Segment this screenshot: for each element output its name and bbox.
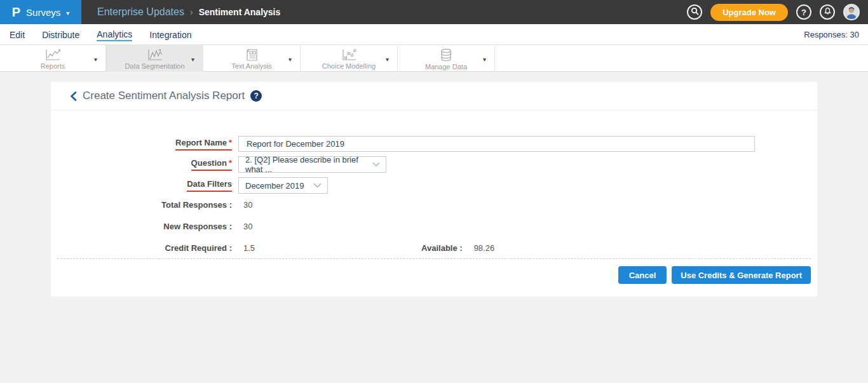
bell-icon	[824, 7, 832, 17]
total-responses-row: Total Responses : 30	[51, 200, 817, 210]
toolbar-item-reports[interactable]: Reports	[0, 45, 106, 72]
footer-divider	[57, 259, 811, 259]
help-button[interactable]: ?	[796, 4, 811, 20]
title-help-button[interactable]: ?	[250, 90, 262, 102]
total-responses-value: 30	[243, 200, 252, 210]
chevron-down-icon	[288, 53, 292, 64]
chevron-down-icon	[94, 53, 97, 64]
new-responses-row: New Responses : 30	[51, 222, 817, 231]
breadcrumb: Enterprise Updates Sentiment Analysis	[97, 6, 280, 18]
analytics-toolbar: Reports Data Segmentation Text Analysis …	[0, 45, 868, 72]
toolbar-item-data-segmentation[interactable]: Data Segmentation	[106, 45, 203, 72]
data-filters-label-col: Data Filters	[51, 179, 232, 192]
toolbar-item-label: Choice Modelling	[322, 62, 376, 70]
question-mark-icon: ?	[801, 8, 806, 17]
breadcrumb-survey-name[interactable]: Enterprise Updates	[97, 6, 184, 18]
main-content: Create Sentiment Analysis Report ? Repor…	[0, 72, 868, 383]
question-select-value: 2. [Q2] Please describe in brief what ..…	[245, 155, 372, 174]
question-control: 2. [Q2] Please describe in brief what ..…	[238, 156, 386, 173]
question-label-col: Question*	[51, 158, 232, 171]
data-filters-select-value: December 2019	[245, 181, 304, 191]
report-name-input[interactable]	[238, 136, 755, 152]
toolbar-item-label: Reports	[41, 62, 65, 70]
question-select[interactable]: 2. [Q2] Please describe in brief what ..…	[238, 156, 386, 173]
toolbar-item-label: Text Analysis	[231, 62, 272, 70]
product-name: Surveys	[26, 7, 60, 18]
toolbar-item-label: Manage Data	[425, 63, 467, 71]
notifications-button[interactable]	[820, 4, 835, 20]
tab-integration[interactable]: Integration	[149, 29, 191, 41]
user-avatar[interactable]	[843, 4, 860, 20]
chevron-down-icon	[372, 162, 380, 167]
available-credits-value: 98.26	[474, 243, 495, 253]
create-report-card: Create Sentiment Analysis Report ? Repor…	[51, 82, 817, 297]
newspaper-icon	[244, 48, 259, 62]
new-responses-value: 30	[243, 222, 252, 231]
breadcrumb-current-page: Sentiment Analysis	[199, 7, 281, 17]
topbar-actions: Upgrade Now ?	[687, 4, 868, 21]
toolbar-item-text-analysis[interactable]: Text Analysis	[203, 45, 301, 72]
data-filters-select[interactable]: December 2019	[238, 177, 328, 194]
survey-section-nav: Edit Distribute Analytics Integration Re…	[0, 24, 868, 45]
question-row: Question* 2. [Q2] Please describe in bri…	[51, 156, 817, 173]
breadcrumb-separator-icon	[190, 6, 193, 18]
database-icon	[438, 48, 454, 62]
data-filters-label: Data Filters	[187, 179, 232, 192]
line-chart-icon	[44, 48, 62, 62]
card-footer: Cancel Use Credits & Generate Report	[51, 266, 817, 284]
credit-required-row: Credit Required : 1.5 Available : 98.26	[51, 243, 817, 253]
app-logo-menu[interactable]: P Surveys	[0, 0, 81, 24]
create-report-form: Report Name* Question* 2. [Q2] Please de…	[51, 111, 817, 284]
toolbar-item-label: Data Segmentation	[125, 62, 184, 70]
chevron-down-icon	[483, 53, 486, 64]
total-responses-label: Total Responses :	[51, 200, 232, 210]
credit-required-value: 1.5	[243, 243, 255, 253]
search-button[interactable]	[687, 4, 702, 20]
chevron-down-icon	[386, 53, 389, 64]
available-credits-label: Available :	[421, 243, 463, 253]
toolbar-item-manage-data[interactable]: Manage Data	[398, 45, 495, 72]
chevron-left-icon	[70, 91, 77, 101]
back-button[interactable]	[70, 91, 77, 101]
scatter-chart-icon	[340, 48, 358, 62]
question-label: Question*	[191, 158, 232, 171]
question-mark-icon: ?	[254, 91, 258, 100]
report-name-row: Report Name*	[51, 136, 817, 152]
chevron-down-icon	[66, 6, 69, 18]
new-responses-label: New Responses :	[51, 222, 232, 231]
responses-count: Responses: 30	[804, 30, 868, 39]
report-name-control	[238, 136, 755, 152]
top-navbar: P Surveys Enterprise Updates Sentiment A…	[0, 0, 868, 24]
report-name-label-col: Report Name*	[51, 138, 232, 151]
generate-report-button[interactable]: Use Credits & Generate Report	[672, 266, 811, 284]
tab-analytics[interactable]: Analytics	[97, 28, 132, 41]
required-asterisk: *	[229, 158, 232, 168]
tab-distribute[interactable]: Distribute	[42, 29, 79, 41]
cancel-button[interactable]: Cancel	[618, 266, 667, 284]
tab-edit[interactable]: Edit	[10, 29, 25, 41]
chevron-down-icon	[191, 53, 194, 64]
data-filters-control: December 2019	[238, 177, 328, 194]
search-icon	[691, 7, 699, 17]
upgrade-now-button[interactable]: Upgrade Now	[710, 4, 788, 21]
data-filters-row: Data Filters December 2019	[51, 177, 817, 194]
report-name-label: Report Name*	[175, 138, 232, 151]
chevron-down-icon	[313, 183, 322, 188]
segmentation-chart-icon	[146, 48, 164, 62]
page-title: Create Sentiment Analysis Report	[83, 90, 245, 102]
questionpro-logo-icon: P	[12, 6, 20, 18]
required-asterisk: *	[229, 138, 232, 147]
card-header: Create Sentiment Analysis Report ?	[51, 82, 817, 111]
toolbar-item-choice-modelling[interactable]: Choice Modelling	[301, 45, 398, 72]
credit-required-label: Credit Required :	[51, 243, 232, 253]
avatar-photo	[844, 5, 858, 19]
